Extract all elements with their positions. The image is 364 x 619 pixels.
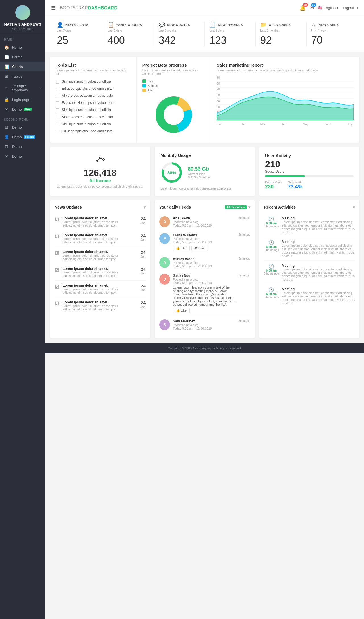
stat-new-invoices: 📄 NEW INVOICES Last 2 days 123 — [205, 22, 256, 46]
stat-value: 70 — [311, 34, 353, 46]
stat-value: 92 — [260, 34, 302, 46]
todo-checkbox[interactable] — [56, 87, 59, 91]
news-item-title: Lorem ipsum dolor sit amet. — [63, 267, 133, 271]
news-month: Jan — [140, 272, 146, 275]
feed-date: Today 5:60 pm - 12.06.2019 — [173, 240, 236, 244]
news-date: 24 Jan — [135, 300, 146, 309]
sidebar: NATHAN ANDREWS Web Developer MAIN 🏠 Home… — [0, 0, 46, 619]
todo-checkbox[interactable] — [56, 101, 59, 105]
list-item: 🕐 6:00 am 6 hours ago Meeting Lorem ipsu… — [264, 237, 355, 261]
news-day: 24 — [135, 267, 146, 272]
sidebar-item-demo2[interactable]: 👤 Demo Special — [0, 132, 46, 142]
stat-open-cases: 📁 OPEN CASES Last 3 months 92 — [256, 22, 307, 46]
recent-header: Recent Activities ▾ — [264, 205, 355, 209]
avatar: A — [159, 257, 170, 268]
chevron-down-icon[interactable]: ▾ — [144, 205, 146, 209]
stat-title: NEW INVOICES — [218, 23, 243, 26]
activity-title: User Activity — [265, 153, 291, 158]
todo-checkbox[interactable] — [56, 80, 59, 84]
feed-time: 5min ago — [239, 274, 250, 277]
sidebar-item-demo4[interactable]: ✉ Demo — [0, 151, 46, 161]
news-day: 24 — [135, 216, 146, 221]
like-button[interactable]: 👍 Like — [173, 308, 190, 313]
y-label: 90 — [217, 76, 220, 79]
list-item: 🕐 6:00 am 6 hours ago Meeting Lorem ipsu… — [264, 261, 355, 284]
panels-row: To do List Lorem ipsum dolor sit amet, c… — [50, 57, 359, 143]
logout-button[interactable]: Logout ➜ — [343, 6, 358, 10]
recent-item-body: Lorem ipsum dolor sit amet, consectetur … — [282, 244, 355, 258]
recent-time-top: 6:00 am — [266, 293, 277, 296]
usage-circle-row: 80% 80.56 Gb Current Plan 100 Gb Monthly — [160, 161, 210, 184]
y-label: 70 — [217, 88, 220, 91]
todo-text: Similique sunt in culpa qui officia — [62, 79, 111, 83]
sidebar-item-charts[interactable]: 📊 Charts — [0, 62, 46, 71]
sidebar-item-label: Demo — [12, 145, 22, 149]
mail-badge: 10 — [311, 3, 316, 7]
avatar — [15, 5, 30, 20]
avatar: J — [159, 274, 170, 285]
language-selector[interactable]: 🇬🇧 English ▾ — [318, 6, 339, 10]
activity-bar-fill — [265, 175, 305, 177]
x-label-jan: Jan — [218, 123, 222, 126]
todo-text: At vero eos et accusamus et iusto — [62, 94, 113, 98]
login-icon: 🔓 — [4, 97, 9, 102]
sidebar-item-label: Login page — [12, 98, 30, 102]
recent-item-body: Lorem ipsum dolor sit amet, consectetur … — [282, 220, 355, 234]
recent-time-bot: 6 hours ago — [264, 225, 279, 228]
sidebar-item-home[interactable]: 🏠 Home — [0, 42, 46, 52]
usage-details: 80.56 Gb Current Plan 100 Gb Monthly — [188, 166, 210, 179]
usage-widget: Monthly Usage 80% 80.56 Gb Current Plan … — [155, 147, 255, 196]
news-date: 24 Jan — [135, 283, 146, 292]
dropdown-icon: ≡ — [4, 86, 9, 90]
news-item-body: Lorem ipsum dolor sit amet, consectetur … — [63, 287, 133, 294]
list-item: 🖼 Lorem ipsum dolor sit amet. Lorem ipsu… — [55, 281, 146, 297]
hamburger-button[interactable]: ☰ — [51, 5, 56, 11]
sales-chart-svg — [217, 76, 354, 122]
feed-name: Jason Doe — [173, 274, 236, 278]
sidebar-item-demo1[interactable]: ⊟ Demo — [0, 122, 46, 132]
stat-title: NEW QUOTES — [167, 23, 190, 26]
like-button[interactable]: 👍 Like — [173, 246, 190, 251]
mail-icon: ✉ — [4, 107, 9, 112]
y-label: 80 — [217, 82, 220, 85]
sidebar-item-dropdown[interactable]: ≡ Example dropdown ‹ — [0, 81, 46, 95]
list-item: Similique sunt in culpa qui officia — [56, 108, 131, 112]
mail-button[interactable]: ✉10 — [310, 5, 314, 11]
sidebar-item-forms[interactable]: 📄 Forms — [0, 52, 46, 62]
avatar: S — [159, 319, 170, 330]
feed-actions: 👍 Like ❤ Love — [173, 246, 236, 251]
recent-item-title: Meeting — [282, 216, 355, 220]
recent-content: Meeting Lorem ipsum dolor sit amet, cons… — [282, 240, 355, 258]
news-item-body: Lorem ipsum dolor sit amet, consectetur … — [63, 220, 133, 227]
news-content: Lorem ipsum dolor sit amet. Lorem ipsum … — [63, 233, 133, 244]
usage-desc: Lorem ipsum dolor sit amet, consectetur … — [160, 187, 232, 190]
recent-icon-col: 🕐 6:00 am 6 hours ago — [264, 287, 279, 299]
flag-icon: 🇬🇧 — [318, 6, 322, 10]
feeds-header: Your daily Feeds 10 messages ▾ — [159, 205, 250, 209]
chevron-down-icon[interactable]: ▾ — [248, 205, 250, 209]
sidebar-item-tables[interactable]: ⊞ Tables — [0, 71, 46, 81]
sidebar-profile: NATHAN ANDREWS Web Developer — [0, 0, 46, 34]
main-content: ☰ BOOTSTRAPDASHBOARD 🔔12 ✉10 🇬🇧 English … — [46, 0, 364, 619]
news-item-body: Lorem ipsum dolor sit amet, consectetur … — [63, 254, 133, 261]
todo-checkbox[interactable] — [56, 116, 59, 119]
list-item: S Sam Martinez Posted a new blog Today 5… — [159, 316, 250, 333]
news-icon: 🖼 — [55, 217, 60, 223]
new-visits-value: 73.4% — [288, 184, 302, 190]
stat-work-orders: 📋 WORK ORDERS Last 5 days 400 — [103, 22, 154, 46]
recent-title: Recent Activities — [264, 205, 296, 209]
news-month: Jan — [140, 238, 146, 241]
bell-button[interactable]: 🔔12 — [299, 5, 306, 11]
todo-checkbox[interactable] — [56, 108, 59, 112]
recent-item-body: Lorem ipsum dolor sit amet, consectetur … — [282, 268, 355, 281]
new-badge: New — [24, 108, 32, 111]
todo-checkbox[interactable] — [56, 123, 59, 126]
love-button[interactable]: ❤ Love — [191, 246, 208, 251]
sidebar-item-login[interactable]: 🔓 Login page — [0, 95, 46, 104]
feed-time: 5min ago — [239, 257, 250, 260]
chevron-down-icon[interactable]: ▾ — [353, 205, 355, 209]
todo-checkbox[interactable] — [56, 130, 59, 133]
todo-checkbox[interactable] — [56, 94, 59, 98]
sidebar-item-demo3[interactable]: ⊟ Demo — [0, 142, 46, 151]
sidebar-item-demo-mail[interactable]: ✉ Demo New — [0, 104, 46, 114]
